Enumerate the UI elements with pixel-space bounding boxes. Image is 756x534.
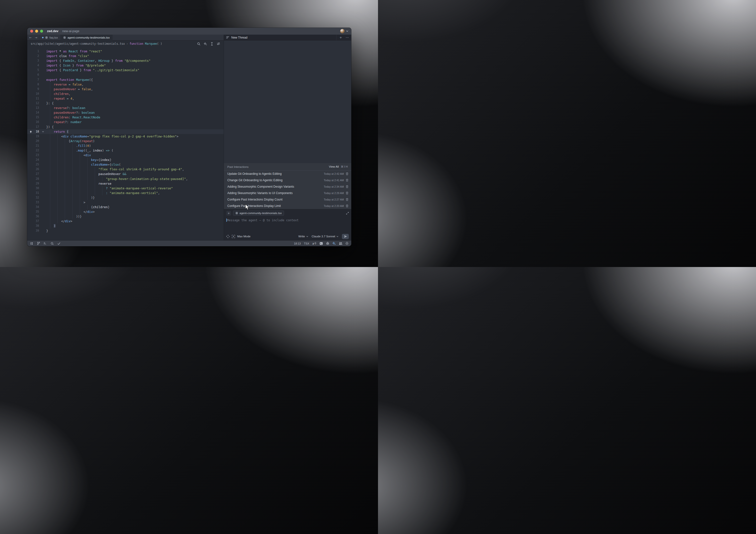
code-line[interactable]: 26 "flex flex-col shrink-0 justify-aroun… — [27, 167, 224, 171]
nav-forward-button[interactable]: → — [35, 36, 37, 39]
breadcrumb-symbol-keyword[interactable]: function — [130, 42, 143, 45]
code-line[interactable]: 2import clsx from "clsx" — [27, 54, 224, 58]
code-line[interactable]: 13 reverse?: boolean — [27, 106, 224, 110]
code-line[interactable]: 17}) { — [27, 125, 224, 129]
past-interaction-row[interactable]: Adding Skeuomorphic Variants to UI Compo… — [224, 190, 351, 196]
code-line[interactable]: 5import { PostCard } from "../git/git-te… — [27, 68, 224, 72]
zed-max-mode-icon[interactable]: z — [232, 235, 235, 238]
code-editor[interactable]: 1import * as React from "react"2import c… — [27, 47, 224, 240]
debug-icon[interactable] — [326, 242, 329, 245]
breadcrumb-symbol-name[interactable]: Marquee — [145, 42, 157, 45]
code-line[interactable]: 24 key={index} — [27, 158, 224, 162]
close-button[interactable] — [30, 30, 33, 33]
code-line[interactable]: 16 repeat?: number — [27, 120, 224, 124]
search-icon[interactable] — [197, 42, 201, 45]
delete-thread-trash-icon[interactable] — [346, 179, 348, 182]
code-line[interactable]: 14 pauseOnHover?: boolean — [27, 110, 224, 115]
code-line[interactable]: 21 .fill(0) — [27, 143, 224, 148]
tab-faq[interactable]: faq.tsx — [40, 35, 61, 40]
code-line[interactable]: 20 {Array(repeat) — [27, 139, 224, 143]
thread-list-icon[interactable] — [226, 36, 229, 38]
expand-icon[interactable] — [346, 212, 349, 215]
max-mode-label[interactable]: Max Mode — [237, 235, 251, 238]
terminal-icon[interactable] — [320, 242, 323, 245]
past-interaction-title[interactable]: Configure Past Interactions Display Coun… — [227, 198, 324, 201]
past-interaction-row[interactable]: Change Git Onboarding to Agentic Editing… — [224, 177, 351, 184]
delete-thread-trash-icon[interactable] — [346, 191, 348, 194]
code-line[interactable]: 27 pauseOnHover && — [27, 171, 224, 176]
user-avatar[interactable] — [340, 29, 345, 33]
code-line[interactable]: 22 .map((_, index) => ( — [27, 148, 224, 153]
search-icon[interactable] — [51, 242, 54, 245]
sliders-icon[interactable] — [217, 42, 220, 45]
code-line[interactable]: 11 repeat = 4, — [27, 96, 224, 101]
code-line[interactable]: 36 ))} — [27, 214, 224, 219]
past-interaction-row[interactable]: Configure Past Interactions Display Limi… — [224, 203, 351, 209]
code-line[interactable]: 32 )} — [27, 195, 224, 200]
code-line[interactable]: 23 <div — [27, 153, 224, 158]
past-interaction-title[interactable]: Adding Skeuomorphic Variants to UI Compo… — [227, 191, 324, 195]
code-line[interactable]: 6 — [27, 72, 224, 77]
past-interaction-title[interactable]: Change Git Onboarding to Agentic Editing — [227, 179, 324, 182]
mode-selector[interactable]: Write — [298, 235, 308, 238]
delete-thread-trash-icon[interactable] — [346, 172, 348, 175]
git-branch-icon[interactable] — [37, 242, 40, 245]
code-line[interactable]: 10 children, — [27, 91, 224, 96]
past-interaction-title[interactable]: Adding Skeuomorphic Component Design Var… — [227, 185, 324, 189]
burn-mode-icon[interactable] — [226, 235, 230, 238]
notifications-bell-icon[interactable] — [346, 242, 348, 245]
ibeam-icon[interactable] — [210, 42, 213, 45]
code-line[interactable]: 1import * as React from "react" — [27, 49, 224, 54]
zoom-button[interactable] — [40, 30, 43, 33]
code-line[interactable]: 31 : "animate-marquee-vertical", — [27, 191, 224, 195]
past-interaction-title[interactable]: Configure Past Interactions Display Limi… — [227, 204, 324, 208]
past-interaction-row[interactable]: Adding Skeuomorphic Component Design Var… — [224, 184, 351, 190]
delete-thread-trash-icon[interactable] — [346, 204, 348, 207]
delete-thread-trash-icon[interactable] — [346, 185, 348, 188]
edit-prediction-icon[interactable]: z — [312, 242, 316, 245]
code-line[interactable]: 12}: { — [27, 101, 224, 106]
past-interaction-row[interactable]: Update Git Onboarding to Agentic Editing… — [224, 170, 351, 177]
chevron-down-icon[interactable] — [346, 30, 348, 32]
add-context-button[interactable]: + — [226, 211, 231, 216]
code-line[interactable]: 7export function Marquee({ — [27, 77, 224, 82]
project-panel-icon[interactable] — [30, 242, 33, 245]
past-interaction-title[interactable]: Update Git Onboarding to Agentic Editing — [227, 172, 324, 175]
nav-back-button[interactable]: ← — [29, 36, 32, 39]
title-bar[interactable]: zed.dev new-ai-page — [27, 28, 351, 35]
code-line[interactable]: 8 reverse = false, — [27, 82, 224, 87]
code-line[interactable]: 3import { FadeIn, Container, HGroup } fr… — [27, 58, 224, 63]
code-line[interactable]: 25 className={clsx( — [27, 162, 224, 167]
code-line[interactable]: 35 </div> — [27, 209, 224, 214]
project-name[interactable]: new-ai-page — [62, 29, 79, 33]
sparkle-icon[interactable] — [204, 42, 207, 45]
breadcrumb-path[interactable]: src/app/(site)/agentic/agent-community-t… — [31, 42, 125, 45]
code-line[interactable]: 33 > — [27, 200, 224, 205]
assistant-sparkle-icon[interactable] — [333, 242, 336, 245]
code-line[interactable]: 4import { Icon } from "@/prelude" — [27, 63, 224, 68]
tab-agent-community-testimonials[interactable]: agent-community-testimonials.tsx — [61, 35, 113, 40]
cursor-position[interactable]: 18:13 — [294, 242, 301, 245]
delete-thread-trash-icon[interactable] — [346, 198, 348, 201]
outline-icon[interactable] — [44, 242, 47, 245]
diagnostics-check-icon[interactable] — [57, 242, 60, 245]
code-line[interactable]: 18 return ( — [27, 129, 224, 134]
context-chip[interactable]: agent-community-testimonials.tsx — [233, 211, 284, 216]
view-all-button[interactable]: View All — [329, 165, 339, 168]
code-line[interactable]: 39} — [27, 228, 224, 233]
code-line[interactable]: 34 {children} — [27, 205, 224, 209]
send-button[interactable] — [342, 234, 349, 239]
code-line[interactable]: 9 pauseOnHover = false, — [27, 87, 224, 91]
code-line[interactable]: 28 "group-hover:[animation-play-state:pa… — [27, 176, 224, 181]
code-line[interactable]: 30 ? "animate-marquee-vertical-reverse" — [27, 186, 224, 191]
code-line[interactable]: 19 <div className="group flex flex-col p… — [27, 134, 224, 139]
past-interaction-row[interactable]: Configure Past Interactions Display Coun… — [224, 196, 351, 203]
code-line[interactable]: 37 </div> — [27, 219, 224, 223]
message-input[interactable]: Message the agent – @ to include context — [224, 217, 351, 232]
new-thread-button[interactable]: + — [339, 35, 342, 40]
collaboration-icon[interactable] — [339, 242, 342, 245]
code-line[interactable]: 38 ) — [27, 223, 224, 228]
code-line[interactable]: 15 children: React.ReactNode — [27, 115, 224, 120]
breadcrumb[interactable]: src/app/(site)/agentic/agent-community-t… — [27, 40, 224, 47]
model-selector[interactable]: Claude 3.7 Sonnet — [312, 235, 338, 238]
